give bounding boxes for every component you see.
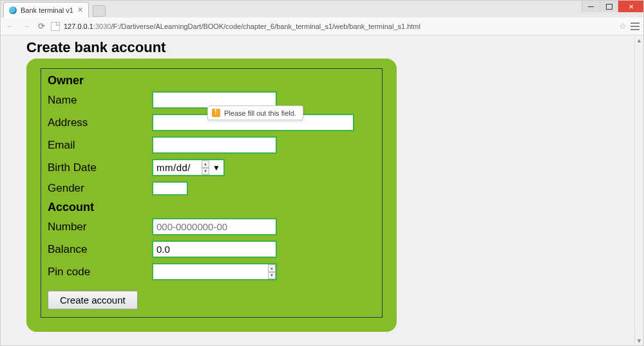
form-box: Owner Name Please fill out this field. A…: [41, 68, 383, 318]
form-panel: Owner Name Please fill out this field. A…: [26, 59, 397, 332]
scroll-up-icon[interactable]: [635, 36, 643, 45]
scroll-down-icon[interactable]: [635, 336, 643, 345]
section-account: Account: [48, 201, 375, 214]
validation-tooltip: Please fill out this field.: [207, 105, 303, 120]
tab-bar: Bank terminal v1 ✕: [1, 1, 643, 17]
url-port: :3030: [93, 23, 111, 30]
page-icon: [51, 22, 60, 31]
label-email: Email: [48, 139, 152, 152]
viewport: Create bank account Owner Name Please fi…: [1, 36, 634, 345]
reload-button[interactable]: ⟳: [35, 21, 47, 32]
label-address: Address: [48, 116, 152, 129]
balance-input[interactable]: [153, 242, 276, 257]
number-input[interactable]: [153, 219, 276, 234]
label-name: Name: [48, 94, 152, 107]
url-host: 127.0.0.1: [64, 23, 93, 30]
section-owner: Owner: [48, 74, 375, 87]
pincode-input[interactable]: [153, 264, 268, 279]
url-path: /F:/Dartiverse/ALearningDart/BOOK/code/c…: [111, 23, 421, 30]
create-account-button[interactable]: Create account: [48, 291, 138, 309]
page-title: Create bank account: [26, 39, 634, 56]
label-number: Number: [48, 221, 152, 233]
new-tab-button[interactable]: [93, 5, 106, 17]
maximize-button[interactable]: [600, 1, 618, 12]
bookmark-icon[interactable]: ☆: [619, 21, 627, 31]
browser-tab[interactable]: Bank terminal v1 ✕: [3, 2, 89, 17]
label-balance: Balance: [48, 243, 152, 256]
favicon-icon: [9, 6, 17, 14]
gender-input[interactable]: [153, 183, 187, 194]
birthdate-input[interactable]: [153, 160, 202, 175]
close-window-button[interactable]: [618, 1, 643, 12]
back-button[interactable]: ←: [5, 21, 16, 32]
date-picker-button[interactable]: ▼: [209, 160, 223, 175]
minimize-button[interactable]: [582, 1, 600, 12]
label-gender: Gender: [48, 182, 152, 195]
forward-button[interactable]: →: [20, 21, 32, 32]
label-birthdate: Birth Date: [48, 161, 152, 174]
vertical-scrollbar[interactable]: [634, 36, 643, 345]
url-display[interactable]: 127.0.0.1:3030/F:/Dartiverse/ALearningDa…: [64, 23, 612, 30]
address-bar: ← → ⟳ 127.0.0.1:3030/F:/Dartiverse/ALear…: [1, 17, 643, 35]
date-spinner[interactable]: ▲▼: [202, 160, 209, 175]
pincode-spinner[interactable]: ▲▼: [268, 264, 276, 279]
label-pincode: Pin code: [48, 266, 152, 278]
menu-icon[interactable]: [630, 23, 639, 30]
window-controls: [582, 1, 643, 12]
email-input[interactable]: [153, 138, 276, 152]
warning-icon: [212, 109, 220, 117]
close-tab-icon[interactable]: ✕: [77, 6, 83, 14]
tab-title: Bank terminal v1: [21, 6, 73, 14]
tooltip-text: Please fill out this field.: [224, 109, 296, 117]
